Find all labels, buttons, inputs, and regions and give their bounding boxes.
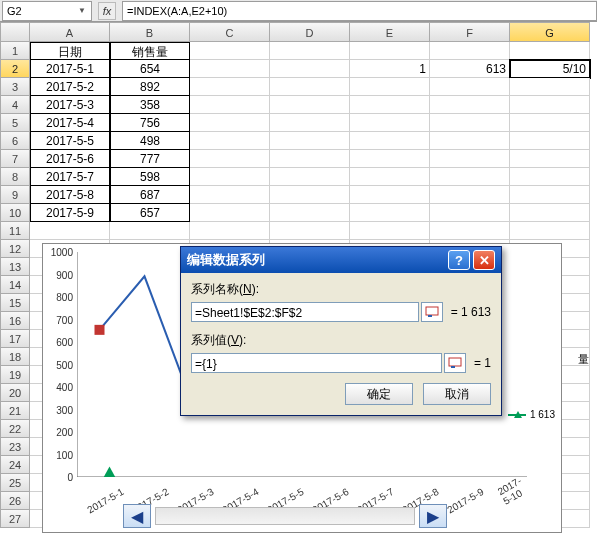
cell[interactable] <box>110 222 190 240</box>
cell[interactable] <box>270 60 350 78</box>
row-header[interactable]: 11 <box>0 222 30 240</box>
cell[interactable]: 498 <box>110 132 190 150</box>
cell[interactable] <box>430 132 510 150</box>
column-header[interactable]: G <box>510 22 590 42</box>
cell[interactable] <box>350 78 430 96</box>
collapse-ref-icon[interactable] <box>444 353 466 373</box>
row-header[interactable]: 14 <box>0 276 30 294</box>
nav-scrollbar[interactable] <box>155 507 415 525</box>
cell[interactable] <box>270 150 350 168</box>
row-header[interactable]: 4 <box>0 96 30 114</box>
cell[interactable] <box>430 96 510 114</box>
cell[interactable] <box>430 78 510 96</box>
cell[interactable] <box>430 42 510 60</box>
row-header[interactable]: 23 <box>0 438 30 456</box>
cell[interactable] <box>510 114 590 132</box>
row-header[interactable]: 20 <box>0 384 30 402</box>
column-header[interactable]: C <box>190 22 270 42</box>
ok-button[interactable]: 确定 <box>345 383 413 405</box>
row-header[interactable]: 9 <box>0 186 30 204</box>
cell[interactable]: 756 <box>110 114 190 132</box>
column-header[interactable] <box>0 22 30 42</box>
cell[interactable] <box>270 132 350 150</box>
cell[interactable] <box>270 222 350 240</box>
cell[interactable] <box>430 204 510 222</box>
cell[interactable] <box>270 114 350 132</box>
row-header[interactable]: 5 <box>0 114 30 132</box>
formula-input[interactable]: =INDEX(A:A,E2+10) <box>122 1 597 21</box>
cell[interactable] <box>270 42 350 60</box>
cell[interactable] <box>270 78 350 96</box>
cell[interactable] <box>190 132 270 150</box>
cell[interactable] <box>190 96 270 114</box>
name-box[interactable]: G2 ▼ <box>2 1 92 21</box>
cell[interactable] <box>430 186 510 204</box>
cell[interactable] <box>350 150 430 168</box>
row-header[interactable]: 2 <box>0 60 30 78</box>
cell[interactable] <box>510 204 590 222</box>
cell[interactable] <box>430 150 510 168</box>
collapse-ref-icon[interactable] <box>421 302 443 322</box>
row-header[interactable]: 26 <box>0 492 30 510</box>
cell[interactable]: 2017-5-6 <box>30 150 110 168</box>
cell[interactable]: 2017-5-3 <box>30 96 110 114</box>
cell[interactable]: 654 <box>110 60 190 78</box>
column-header[interactable]: A <box>30 22 110 42</box>
cell[interactable]: 613 <box>430 60 510 78</box>
row-header[interactable]: 1 <box>0 42 30 60</box>
cell[interactable]: 598 <box>110 168 190 186</box>
cell[interactable] <box>350 42 430 60</box>
cell[interactable] <box>190 204 270 222</box>
cell[interactable] <box>270 204 350 222</box>
cell[interactable] <box>30 222 110 240</box>
cell[interactable] <box>350 222 430 240</box>
cell[interactable] <box>430 168 510 186</box>
cell[interactable] <box>350 132 430 150</box>
cell[interactable]: 日期 <box>30 42 110 60</box>
row-header[interactable]: 6 <box>0 132 30 150</box>
cell[interactable] <box>190 150 270 168</box>
row-header[interactable]: 25 <box>0 474 30 492</box>
row-header[interactable]: 24 <box>0 456 30 474</box>
cell[interactable] <box>350 114 430 132</box>
cell[interactable] <box>190 78 270 96</box>
dialog-titlebar[interactable]: 编辑数据系列 ? ✕ <box>181 247 501 273</box>
cell[interactable] <box>430 222 510 240</box>
column-header[interactable]: F <box>430 22 510 42</box>
cell[interactable] <box>510 186 590 204</box>
cell[interactable]: 2017-5-1 <box>30 60 110 78</box>
cell[interactable] <box>190 42 270 60</box>
cell[interactable]: 358 <box>110 96 190 114</box>
cell[interactable] <box>350 204 430 222</box>
cell[interactable]: 2017-5-2 <box>30 78 110 96</box>
row-header[interactable]: 22 <box>0 420 30 438</box>
close-button[interactable]: ✕ <box>473 250 495 270</box>
column-header[interactable]: D <box>270 22 350 42</box>
cell[interactable]: 777 <box>110 150 190 168</box>
nav-next-button[interactable]: ▶ <box>419 504 447 528</box>
cell[interactable] <box>350 168 430 186</box>
chevron-down-icon[interactable]: ▼ <box>77 6 87 15</box>
cell[interactable] <box>510 132 590 150</box>
cell[interactable] <box>510 150 590 168</box>
row-header[interactable]: 10 <box>0 204 30 222</box>
nav-prev-button[interactable]: ◀ <box>123 504 151 528</box>
row-header[interactable]: 3 <box>0 78 30 96</box>
row-header[interactable]: 16 <box>0 312 30 330</box>
cell[interactable]: 892 <box>110 78 190 96</box>
cell[interactable] <box>350 186 430 204</box>
cell[interactable] <box>190 60 270 78</box>
cell[interactable] <box>270 186 350 204</box>
cell[interactable] <box>190 114 270 132</box>
row-header[interactable]: 8 <box>0 168 30 186</box>
cell[interactable]: 687 <box>110 186 190 204</box>
cell[interactable]: 2017-5-5 <box>30 132 110 150</box>
row-header[interactable]: 21 <box>0 402 30 420</box>
cell[interactable] <box>510 222 590 240</box>
cell[interactable]: 1 <box>350 60 430 78</box>
cell[interactable] <box>270 96 350 114</box>
row-header[interactable]: 27 <box>0 510 30 528</box>
cell[interactable]: 2017-5-9 <box>30 204 110 222</box>
series-values-input[interactable]: ={1} <box>191 353 442 373</box>
cancel-button[interactable]: 取消 <box>423 383 491 405</box>
